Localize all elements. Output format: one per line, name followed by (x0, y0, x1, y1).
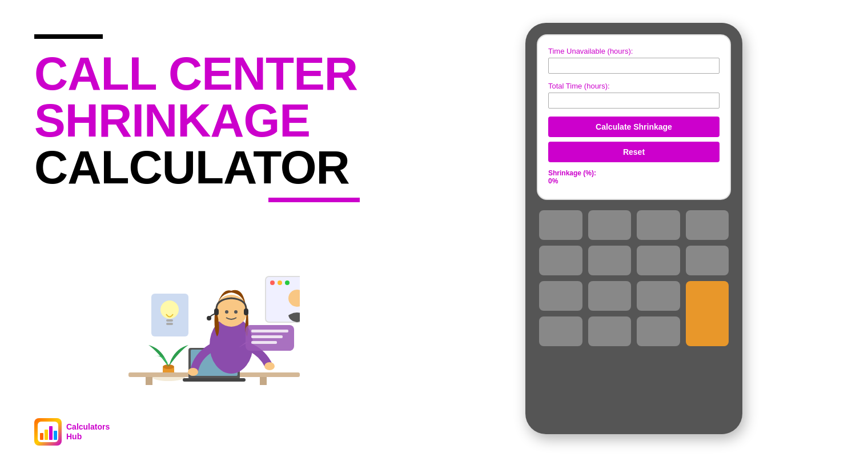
svg-point-17 (264, 362, 275, 370)
key-9[interactable] (539, 281, 582, 311)
svg-rect-20 (251, 335, 283, 338)
calculate-shrinkage-button[interactable]: Calculate Shrinkage (548, 117, 720, 137)
result-value: 0% (548, 177, 720, 185)
key-6[interactable] (588, 246, 632, 275)
svg-point-28 (160, 300, 179, 319)
svg-point-13 (207, 316, 211, 320)
title-underline-bar (268, 198, 360, 202)
title-line-2: SHRINKAGE (34, 97, 365, 144)
logo-text: Calculators Hub (66, 422, 110, 442)
logo-line1: Calculators (66, 422, 110, 431)
svg-point-14 (225, 310, 228, 314)
svg-point-16 (188, 368, 198, 376)
illustration-area (34, 225, 365, 385)
result-label: Shrinkage (%): (548, 169, 720, 177)
svg-rect-5 (260, 377, 267, 385)
svg-point-15 (234, 310, 238, 314)
svg-rect-33 (45, 430, 48, 440)
title-line-3: CALCULATOR (34, 144, 365, 191)
title-line-1: CALL CENTER (34, 50, 365, 97)
svg-rect-32 (40, 433, 43, 440)
svg-rect-8 (183, 378, 246, 382)
svg-rect-4 (146, 377, 152, 385)
logo-icon (34, 418, 62, 446)
svg-rect-30 (166, 323, 173, 325)
key-11[interactable] (637, 281, 680, 311)
time-unavailable-input[interactable] (548, 58, 720, 74)
field2-label: Total Time (hours): (548, 82, 720, 90)
svg-point-25 (285, 280, 290, 285)
svg-point-10 (215, 295, 247, 327)
right-section: Time Unavailable (hours): Total Time (ho… (400, 0, 868, 457)
reset-button[interactable]: Reset (548, 142, 720, 162)
svg-rect-35 (54, 431, 57, 440)
svg-point-24 (278, 280, 282, 285)
key-14[interactable] (637, 316, 680, 346)
key-12[interactable] (539, 316, 582, 346)
key-8[interactable] (686, 246, 729, 275)
key-10[interactable] (588, 281, 632, 311)
svg-rect-34 (49, 426, 53, 440)
key-3[interactable] (637, 210, 680, 240)
call-center-illustration (100, 225, 300, 385)
left-section: CALL CENTER SHRINKAGE CALCULATOR (0, 0, 400, 457)
svg-rect-19 (251, 330, 288, 332)
svg-rect-12 (244, 308, 248, 315)
key-1[interactable] (539, 210, 582, 240)
key-5[interactable] (539, 246, 582, 275)
logo-line2: Hub (66, 432, 82, 441)
svg-point-23 (270, 280, 275, 285)
calculator-device: Time Unavailable (hours): Total Time (ho… (525, 23, 742, 434)
key-2[interactable] (588, 210, 632, 240)
total-time-input[interactable] (548, 93, 720, 109)
key-4[interactable] (686, 210, 729, 240)
svg-rect-21 (251, 341, 277, 344)
field1-label: Time Unavailable (hours): (548, 47, 720, 55)
logo-area: Calculators Hub (34, 418, 110, 446)
top-decorative-bar (34, 34, 103, 39)
key-orange-tall[interactable] (686, 281, 729, 346)
calculator-screen: Time Unavailable (hours): Total Time (ho… (537, 34, 731, 200)
key-13[interactable] (588, 316, 632, 346)
calculator-keypad (537, 210, 731, 346)
key-7[interactable] (637, 246, 680, 275)
svg-rect-29 (166, 319, 173, 322)
